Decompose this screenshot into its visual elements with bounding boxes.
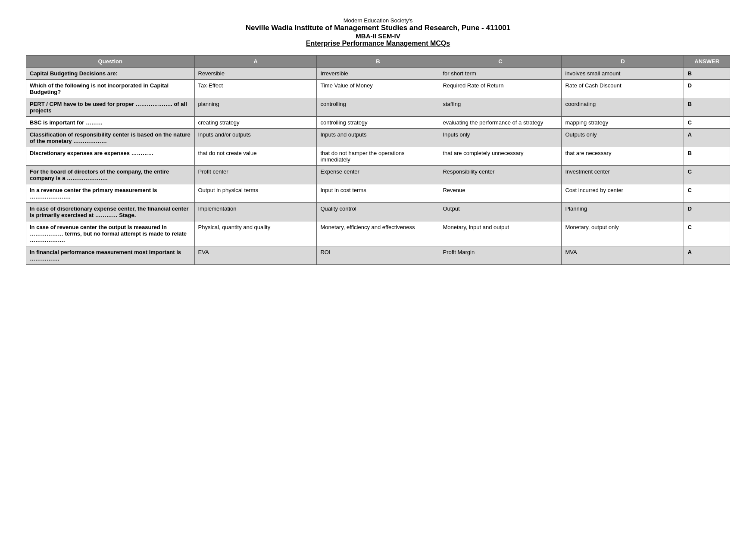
table-header-row: Question A B C D ANSWER (26, 56, 730, 68)
option-cell-c: evaluating the performance of a strategy (439, 117, 562, 129)
answer-cell: C (684, 166, 730, 184)
option-cell-a: Physical, quantity and quality (194, 221, 317, 246)
question-cell: In case of discretionary expense center,… (26, 203, 195, 221)
header-line3: MBA-II SEM-IV (26, 32, 730, 40)
question-cell: BSC is important for ……… (26, 117, 195, 129)
option-cell-d: Planning (562, 203, 684, 221)
header-line1: Modern Education Society's (26, 17, 730, 24)
table-row: Capital Budgeting Decisions are:Reversib… (26, 68, 730, 80)
option-cell-d: MVA (562, 246, 684, 265)
option-cell-c: staffing (439, 98, 562, 117)
table-row: BSC is important for ………creating strateg… (26, 117, 730, 129)
table-row: In a revenue center the primary measurem… (26, 184, 730, 203)
option-cell-b: Input in cost terms (317, 184, 439, 203)
header-line4: Enterprise Performance Management MCQs (26, 40, 730, 47)
header-line2: Neville Wadia Institute of Management St… (26, 24, 730, 32)
col-header-b: B (317, 56, 439, 68)
option-cell-b: Time Value of Money (317, 80, 439, 98)
answer-cell: A (684, 129, 730, 147)
option-cell-b: ROI (317, 246, 439, 265)
option-cell-d: Outputs only (562, 129, 684, 147)
option-cell-c: Responsibility center (439, 166, 562, 184)
option-cell-b: Irreversible (317, 68, 439, 80)
option-cell-b: that do not hamper the operations immedi… (317, 147, 439, 166)
option-cell-b: controlling strategy (317, 117, 439, 129)
option-cell-a: Implementation (194, 203, 317, 221)
answer-cell: C (684, 184, 730, 203)
option-cell-a: creating strategy (194, 117, 317, 129)
answer-cell: B (684, 98, 730, 117)
question-cell: Capital Budgeting Decisions are: (26, 68, 195, 80)
answer-cell: B (684, 147, 730, 166)
question-cell: In financial performance measurement mos… (26, 246, 195, 265)
option-cell-a: Tax-Effect (194, 80, 317, 98)
table-row: Which of the following is not incorporat… (26, 80, 730, 98)
option-cell-c: for short term (439, 68, 562, 80)
answer-cell: C (684, 117, 730, 129)
table-row: In financial performance measurement mos… (26, 246, 730, 265)
option-cell-d: Cost incurred by center (562, 184, 684, 203)
answer-cell: C (684, 221, 730, 246)
question-cell: Classification of responsibility center … (26, 129, 195, 147)
page-header: Modern Education Society's Neville Wadia… (26, 17, 730, 47)
table-row: Discretionary expenses are expenses …………… (26, 147, 730, 166)
option-cell-d: Monetary, output only (562, 221, 684, 246)
answer-cell: D (684, 80, 730, 98)
option-cell-c: Monetary, input and output (439, 221, 562, 246)
col-header-d: D (562, 56, 684, 68)
option-cell-a: Output in physical terms (194, 184, 317, 203)
col-header-a: A (194, 56, 317, 68)
option-cell-d: that are necessary (562, 147, 684, 166)
option-cell-d: mapping strategy (562, 117, 684, 129)
option-cell-d: Rate of Cash Discount (562, 80, 684, 98)
option-cell-c: Inputs only (439, 129, 562, 147)
question-cell: In case of revenue center the output is … (26, 221, 195, 246)
option-cell-d: coordinating (562, 98, 684, 117)
option-cell-c: Profit Margin (439, 246, 562, 265)
option-cell-b: Expense center (317, 166, 439, 184)
option-cell-b: Quality control (317, 203, 439, 221)
col-header-c: C (439, 56, 562, 68)
option-cell-c: Required Rate of Return (439, 80, 562, 98)
table-row: In case of revenue center the output is … (26, 221, 730, 246)
table-row: Classification of responsibility center … (26, 129, 730, 147)
table-row: PERT / CPM have to be used for proper ……… (26, 98, 730, 117)
answer-cell: D (684, 203, 730, 221)
option-cell-a: that do not create value (194, 147, 317, 166)
option-cell-c: Revenue (439, 184, 562, 203)
mcq-table: Question A B C D ANSWER Capital Budgetin… (26, 55, 730, 265)
col-header-question: Question (26, 56, 195, 68)
option-cell-a: EVA (194, 246, 317, 265)
option-cell-a: Inputs and/or outputs (194, 129, 317, 147)
option-cell-d: Investment center (562, 166, 684, 184)
option-cell-c: that are completely unnecessary (439, 147, 562, 166)
option-cell-b: Monetary, efficiency and effectiveness (317, 221, 439, 246)
option-cell-a: Profit center (194, 166, 317, 184)
answer-cell: A (684, 246, 730, 265)
option-cell-b: controlling (317, 98, 439, 117)
option-cell-c: Output (439, 203, 562, 221)
option-cell-d: involves small amount (562, 68, 684, 80)
option-cell-a: planning (194, 98, 317, 117)
question-cell: In a revenue center the primary measurem… (26, 184, 195, 203)
question-cell: For the board of directors of the compan… (26, 166, 195, 184)
answer-cell: B (684, 68, 730, 80)
table-row: In case of discretionary expense center,… (26, 203, 730, 221)
table-row: For the board of directors of the compan… (26, 166, 730, 184)
question-cell: Discretionary expenses are expenses ………… (26, 147, 195, 166)
question-cell: Which of the following is not incorporat… (26, 80, 195, 98)
option-cell-b: Inputs and outputs (317, 129, 439, 147)
col-header-answer: ANSWER (684, 56, 730, 68)
option-cell-a: Reversible (194, 68, 317, 80)
question-cell: PERT / CPM have to be used for proper ……… (26, 98, 195, 117)
